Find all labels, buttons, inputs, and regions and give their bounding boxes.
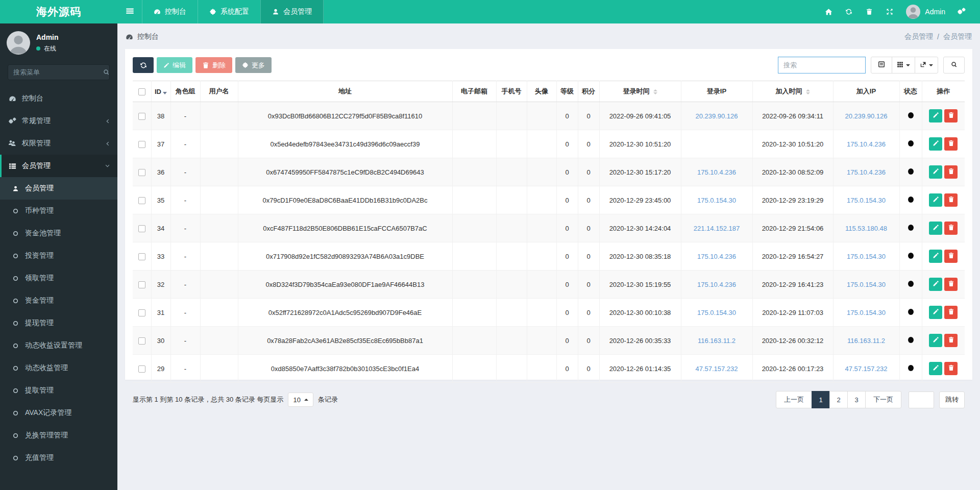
row-edit-button[interactable] xyxy=(929,193,942,207)
row-delete-button[interactable] xyxy=(944,109,958,122)
row-checkbox[interactable] xyxy=(138,365,145,373)
row-edit-button[interactable] xyxy=(929,222,942,235)
sidebar-submenu-item[interactable]: 资金池管理 xyxy=(0,222,117,244)
ip-link[interactable]: 175.10.4.236 xyxy=(697,281,736,288)
row-edit-button[interactable] xyxy=(929,334,942,347)
sort-carets-icon xyxy=(806,89,810,94)
sidebar-submenu-item[interactable]: 兑换管理管理 xyxy=(0,424,117,447)
edit-button[interactable]: 编辑 xyxy=(157,57,192,73)
col-header-join-time[interactable]: 加入时间 xyxy=(752,81,833,102)
prev-page-button[interactable]: 上一页 xyxy=(776,391,812,408)
ip-link[interactable]: 175.10.4.236 xyxy=(697,168,736,176)
sidebar-submenu-item[interactable]: 资金管理 xyxy=(0,289,117,312)
next-page-button[interactable]: 下一页 xyxy=(865,391,901,408)
ip-link[interactable]: 175.0.154.30 xyxy=(847,197,886,204)
row-delete-button[interactable] xyxy=(944,278,958,291)
ip-link[interactable]: 116.163.11.2 xyxy=(847,337,885,345)
ip-link[interactable]: 116.163.11.2 xyxy=(698,337,736,345)
row-delete-button[interactable] xyxy=(944,306,958,319)
ip-link[interactable]: 175.0.154.30 xyxy=(847,281,886,288)
refresh-icon[interactable] xyxy=(839,0,859,23)
row-checkbox[interactable] xyxy=(138,225,145,232)
ip-link[interactable]: 175.0.154.30 xyxy=(847,253,886,260)
row-checkbox[interactable] xyxy=(138,253,145,260)
row-delete-button[interactable] xyxy=(944,193,958,207)
row-checkbox[interactable] xyxy=(138,141,145,148)
page-size-select[interactable]: 10 xyxy=(288,393,313,407)
row-edit-button[interactable] xyxy=(929,362,942,375)
settings-gears-icon[interactable] xyxy=(951,0,972,23)
ip-link[interactable]: 221.14.152.187 xyxy=(694,225,740,232)
sidebar-submenu-item[interactable]: 币种管理 xyxy=(0,200,117,222)
col-header-login-time[interactable]: 登录时间 xyxy=(599,81,681,102)
row-delete-button[interactable] xyxy=(944,222,958,235)
delete-button[interactable]: 删除 xyxy=(195,57,232,73)
sidebar-submenu-item[interactable]: 动态收益管理 xyxy=(0,357,117,379)
sidebar-submenu-item[interactable]: 会员管理 xyxy=(0,177,117,200)
ip-link[interactable]: 175.0.154.30 xyxy=(697,197,736,204)
ip-link[interactable]: 20.239.90.126 xyxy=(695,112,738,120)
user-menu[interactable]: Admin xyxy=(900,5,951,19)
columns-button[interactable] xyxy=(892,57,915,74)
sidebar-submenu-item[interactable]: 提现管理 xyxy=(0,312,117,334)
breadcrumb-parent-link[interactable]: 会员管理 xyxy=(904,32,933,41)
home-icon[interactable] xyxy=(818,0,839,23)
top-nav-tab[interactable]: 控制台 xyxy=(142,0,198,23)
row-edit-button[interactable] xyxy=(929,165,942,179)
sidebar-menu-item[interactable]: 会员管理 xyxy=(0,155,117,177)
row-delete-button[interactable] xyxy=(944,334,958,347)
row-checkbox[interactable] xyxy=(138,169,145,176)
refresh-button[interactable] xyxy=(133,57,154,73)
row-checkbox[interactable] xyxy=(138,113,145,120)
ip-link[interactable]: 175.0.154.30 xyxy=(697,309,736,316)
page-number-button[interactable]: 2 xyxy=(829,391,848,408)
row-delete-button[interactable] xyxy=(944,250,958,263)
export-button[interactable] xyxy=(915,57,938,74)
sidebar-submenu-item[interactable]: 动态收益设置管理 xyxy=(0,334,117,357)
row-delete-button[interactable] xyxy=(944,137,958,151)
row-edit-button[interactable] xyxy=(929,109,942,122)
row-edit-button[interactable] xyxy=(929,306,942,319)
table-search-input[interactable] xyxy=(778,57,866,74)
sidebar-menu-item[interactable]: 控制台 xyxy=(0,87,117,110)
page-number-button[interactable]: 3 xyxy=(847,391,866,408)
row-edit-button[interactable] xyxy=(929,137,942,151)
select-all-checkbox[interactable] xyxy=(138,88,145,95)
ip-link[interactable]: 175.0.154.30 xyxy=(847,309,886,316)
ip-link[interactable]: 175.10.4.236 xyxy=(847,168,886,176)
sidebar-menu-item[interactable]: 权限管理 xyxy=(0,132,117,155)
more-button[interactable]: 更多 xyxy=(235,57,272,73)
sidebar-menu-item[interactable]: 常规管理 xyxy=(0,110,117,132)
row-delete-button[interactable] xyxy=(944,165,958,179)
ip-link[interactable]: 175.10.4.236 xyxy=(847,140,886,148)
search-button[interactable] xyxy=(943,57,965,74)
trash-icon[interactable] xyxy=(859,0,879,23)
sidebar-submenu-item[interactable]: 提取管理 xyxy=(0,379,117,402)
sidebar-submenu-item[interactable]: 投资管理 xyxy=(0,244,117,267)
ip-link[interactable]: 175.10.4.236 xyxy=(697,253,736,260)
row-edit-button[interactable] xyxy=(929,278,942,291)
sidebar-search-input[interactable] xyxy=(13,68,103,76)
sidebar-submenu-item[interactable]: 充值管理 xyxy=(0,447,117,469)
row-checkbox[interactable] xyxy=(138,309,145,316)
jump-button[interactable]: 跳转 xyxy=(939,391,965,408)
jump-page-input[interactable] xyxy=(909,391,934,408)
sidebar-toggle-button[interactable] xyxy=(117,0,142,23)
row-checkbox[interactable] xyxy=(138,281,145,288)
top-nav-tab[interactable]: 会员管理 xyxy=(260,0,324,23)
sidebar-submenu-item[interactable]: 领取管理 xyxy=(0,267,117,289)
expand-icon[interactable] xyxy=(879,0,900,23)
ip-link[interactable]: 47.57.157.232 xyxy=(695,365,738,373)
row-checkbox[interactable] xyxy=(138,197,145,204)
top-nav-tab[interactable]: 系统配置 xyxy=(198,0,260,23)
row-delete-button[interactable] xyxy=(944,362,958,375)
ip-link[interactable]: 47.57.157.232 xyxy=(845,365,887,373)
toggle-view-button[interactable] xyxy=(871,57,892,74)
sidebar-submenu-item[interactable]: AVAX记录管理 xyxy=(0,402,117,424)
row-checkbox[interactable] xyxy=(138,337,145,345)
ip-link[interactable]: 115.53.180.48 xyxy=(845,225,887,232)
ip-link[interactable]: 20.239.90.126 xyxy=(845,112,887,120)
col-header-id[interactable]: ID xyxy=(151,81,170,102)
page-number-button[interactable]: 1 xyxy=(812,391,830,408)
row-edit-button[interactable] xyxy=(929,250,942,263)
